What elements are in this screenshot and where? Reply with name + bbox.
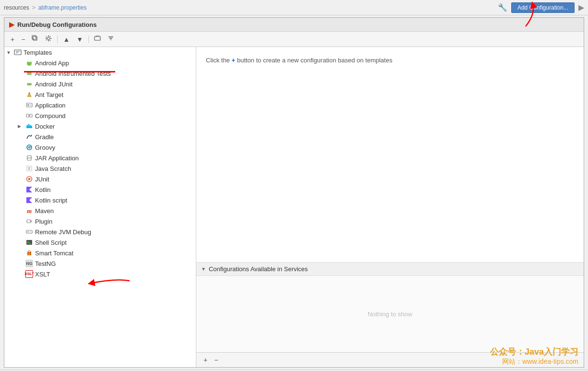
docker-icon — [25, 122, 33, 130]
svg-rect-2 — [95, 36, 100, 40]
services-remove-button[interactable]: − — [212, 355, 220, 365]
svg-text:G: G — [27, 145, 31, 150]
list-item-label: Android JUnit — [35, 81, 72, 88]
tree-item-testng[interactable]: NG TestNG — [4, 258, 196, 269]
group-button[interactable] — [92, 34, 103, 45]
smart-tomcat-icon — [25, 249, 33, 257]
nav-forward-icon[interactable]: ▶ — [578, 3, 584, 12]
jar-icon: JAR — [25, 154, 33, 162]
list-item-label: Application — [35, 102, 66, 109]
svg-rect-20 — [27, 125, 28, 126]
tree-item-groovy[interactable]: G Groovy — [4, 142, 196, 153]
svg-rect-23 — [28, 124, 29, 125]
svg-rect-37 — [26, 240, 32, 245]
list-item-label: Kotlin — [35, 186, 51, 193]
svg-rect-17 — [26, 114, 29, 117]
xslt-icon: XSLT — [25, 270, 33, 278]
svg-point-14 — [29, 93, 30, 94]
services-toolbar: + − — [196, 352, 584, 367]
services-add-button[interactable]: + — [201, 355, 210, 365]
svg-text:JAR: JAR — [26, 156, 32, 159]
services-section-header[interactable]: ▼ Configurations Available in Services — [196, 262, 584, 275]
shell-script-icon — [25, 239, 33, 246]
java-scratch-icon — [25, 165, 33, 172]
tree-item-application[interactable]: Application — [4, 100, 196, 110]
tree-item-docker[interactable]: ▶ Docker — [4, 121, 196, 132]
tree-item-smart-tomcat[interactable]: Smart Tomcat — [4, 248, 196, 258]
tree-item-android-app[interactable]: Android App — [4, 58, 196, 68]
svg-rect-19 — [26, 126, 32, 128]
hint-text: Click the + button to create a new confi… — [206, 57, 392, 64]
compound-icon — [25, 112, 33, 120]
list-item-label: Java Scratch — [35, 165, 71, 172]
list-item-label: Kotlin script — [35, 197, 67, 204]
svg-rect-16 — [27, 104, 29, 106]
tree-item-compound[interactable]: Compound — [4, 110, 196, 121]
add-configuration-button[interactable]: Add Configuration... — [511, 2, 575, 13]
dialog-title-bar: ▶ Run/Debug Configurations — [4, 18, 584, 32]
svg-point-10 — [30, 73, 31, 74]
svg-rect-11 — [27, 83, 32, 85]
hint-area: Click the + button to create a new confi… — [196, 47, 584, 262]
tree-item-kotlin-script[interactable]: Kotlin script — [4, 195, 196, 205]
svg-point-12 — [28, 84, 28, 84]
tree-item-gradle[interactable]: Gradle — [4, 132, 196, 142]
nothing-to-show-label: Nothing to show — [368, 311, 412, 318]
collapse-arrow: ▼ — [6, 50, 12, 55]
templates-root[interactable]: ▼ Templates — [4, 47, 196, 58]
move-up-button[interactable]: ▲ — [60, 34, 72, 45]
list-item-label: JUnit — [35, 176, 49, 183]
plus-icon: + — [231, 57, 235, 64]
tree-item-remote-jvm[interactable]: Remote JVM Debug — [4, 227, 196, 237]
list-item-label: Smart Tomcat — [35, 250, 73, 257]
list-item-label: TestNG — [35, 260, 56, 267]
breadcrumb-resources[interactable]: resources — [4, 4, 29, 11]
move-down-button[interactable]: ▼ — [74, 34, 85, 45]
copy-button[interactable] — [29, 34, 41, 45]
sort-button[interactable] — [105, 34, 117, 45]
tree-item-maven[interactable]: m Maven — [4, 205, 196, 216]
right-panel: Click the + button to create a new confi… — [196, 47, 584, 367]
tree-item-ant-target[interactable]: Ant Target — [4, 89, 196, 100]
svg-rect-18 — [30, 114, 32, 117]
android-icon — [25, 59, 33, 67]
groovy-icon: G — [25, 144, 33, 151]
tree-item-java-scratch[interactable]: Java Scratch — [4, 163, 196, 174]
breadcrumb-file[interactable]: abframe.properties — [38, 4, 87, 11]
svg-rect-0 — [33, 36, 37, 40]
svg-rect-1 — [32, 36, 36, 39]
toolbar-separator — [57, 36, 58, 43]
list-item-label: Maven — [35, 207, 54, 215]
services-collapse-arrow[interactable]: ▼ — [201, 266, 206, 272]
svg-rect-8 — [27, 72, 32, 75]
tree-item-xslt[interactable]: XSLT XSLT — [4, 269, 196, 279]
add-button[interactable]: + — [8, 34, 17, 45]
tree-item-jar-application[interactable]: JAR JAR Application — [4, 153, 196, 163]
settings-button[interactable] — [43, 34, 54, 45]
tree-item-shell-script[interactable]: Shell Script — [4, 237, 196, 248]
application-icon — [25, 101, 33, 109]
tree-item-android-instrumented[interactable]: Android Instrumented Tests — [4, 68, 196, 79]
tree-item-android-junit[interactable]: Android JUnit — [4, 79, 196, 89]
ant-icon — [25, 91, 33, 98]
tree-item-plugin[interactable]: Plugin — [4, 216, 196, 227]
svg-point-39 — [29, 251, 30, 252]
svg-rect-34 — [30, 221, 31, 222]
svg-rect-38 — [28, 253, 30, 255]
tree-item-junit[interactable]: JUnit — [4, 174, 196, 184]
list-item-label: Docker — [35, 123, 55, 130]
svg-marker-30 — [26, 187, 32, 192]
list-item-label: Android Instrumented Tests — [35, 70, 111, 77]
main-content-area: ▼ Templates Android App — [4, 47, 584, 367]
remove-button[interactable]: − — [19, 34, 27, 45]
svg-rect-35 — [26, 230, 32, 233]
wrench-icon: 🔧 — [498, 3, 507, 12]
dialog-icon: ▶ — [9, 21, 14, 28]
testng-icon: NG — [25, 260, 33, 267]
docker-expand-arrow[interactable]: ▶ — [18, 124, 24, 129]
svg-rect-21 — [28, 125, 29, 126]
svg-rect-3 — [14, 50, 21, 55]
list-item-label: Plugin — [35, 218, 52, 225]
tree-item-kotlin[interactable]: Kotlin — [4, 184, 196, 195]
run-debug-configurations-dialog: ▶ Run/Debug Configurations + − ▲ ▼ — [4, 17, 584, 368]
